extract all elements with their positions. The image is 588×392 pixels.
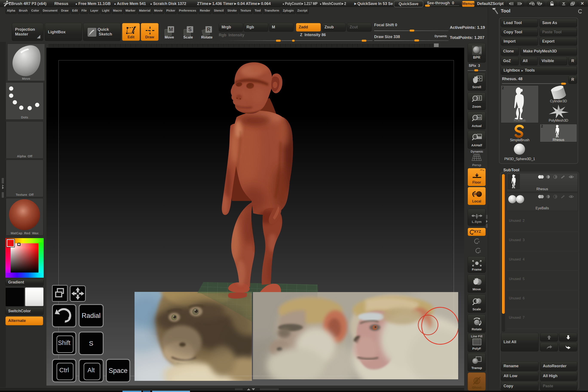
svg-text:Y: Y bbox=[478, 240, 480, 244]
svg-text:Z: Z bbox=[479, 250, 481, 253]
svg-text:x1: x1 bbox=[478, 116, 481, 119]
